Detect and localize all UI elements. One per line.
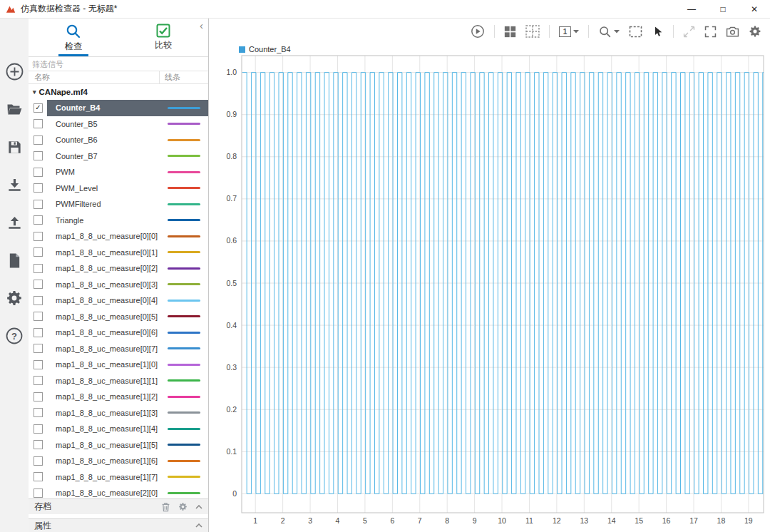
signal-row[interactable]: map1_8_8_uc_measure[0][6] [29, 324, 208, 341]
svg-text:5: 5 [363, 516, 367, 525]
report-button[interactable] [4, 250, 24, 270]
export-button[interactable] [4, 213, 24, 232]
zoom-dropdown[interactable] [598, 25, 620, 39]
signal-row[interactable]: map1_8_8_uc_measure[1][3] [29, 405, 208, 421]
tab-inspect[interactable]: 检查 [29, 19, 118, 56]
signal-checkbox[interactable] [29, 373, 47, 389]
fit-to-view-button[interactable] [629, 26, 642, 38]
signal-checkbox[interactable] [29, 309, 47, 325]
signal-row[interactable]: ✓Counter_B4 [29, 100, 208, 116]
signal-row[interactable]: map1_8_8_uc_measure[1][2] [29, 389, 208, 405]
open-file-button[interactable] [4, 99, 24, 119]
signal-row[interactable]: map1_8_8_uc_measure[1][1] [29, 373, 208, 389]
trash-icon[interactable] [161, 502, 170, 512]
signal-row[interactable]: map1_8_8_uc_measure[2][0] [29, 485, 208, 498]
view-layout-dropdown[interactable]: 1 [559, 26, 579, 37]
signal-checkbox[interactable] [29, 116, 47, 133]
svg-text:0.1: 0.1 [226, 447, 237, 456]
pointer-tool-button[interactable] [652, 26, 664, 38]
signal-checkbox[interactable] [29, 164, 47, 180]
zoom-icon [598, 25, 612, 39]
layout-button[interactable] [504, 26, 516, 38]
signal-name: PWMFiltered [47, 196, 160, 213]
signal-row[interactable]: map1_8_8_uc_measure[1][0] [29, 357, 208, 373]
run-group-row[interactable]: ▾ CANape.mf4 [29, 84, 208, 100]
signal-row[interactable]: map1_8_8_uc_measure[0][3] [29, 277, 208, 293]
properties-section-header[interactable]: 属性 [29, 518, 208, 532]
minimize-button[interactable]: — [676, 0, 707, 18]
filter-signals-input[interactable] [29, 57, 208, 71]
signal-row[interactable]: map1_8_8_uc_measure[1][5] [29, 437, 208, 454]
signal-checkbox[interactable] [29, 341, 47, 357]
signal-checkbox[interactable] [29, 389, 47, 405]
signal-checkbox[interactable] [29, 180, 47, 197]
signal-name: map1_8_8_uc_measure[2][0] [47, 485, 160, 498]
signal-row[interactable]: Counter_B5 [29, 116, 208, 133]
preferences-button[interactable] [4, 288, 24, 308]
signal-row[interactable]: map1_8_8_uc_measure[0][1] [29, 245, 208, 261]
collapse-up-icon[interactable] [195, 523, 202, 528]
signal-row[interactable]: map1_8_8_uc_measure[1][7] [29, 469, 208, 486]
signal-row[interactable]: map1_8_8_uc_measure[0][0] [29, 228, 208, 245]
signal-checkbox[interactable] [29, 260, 47, 277]
signal-checkbox[interactable] [29, 277, 47, 293]
signal-checkbox[interactable] [29, 324, 47, 341]
signal-line-swatch [160, 341, 208, 357]
chart-container[interactable]: Counter_B4 12345678910111213141516171819… [209, 44, 770, 532]
signal-row[interactable]: PWM_Level [29, 180, 208, 197]
snapshot-button[interactable] [726, 26, 739, 38]
signal-checkbox[interactable] [29, 485, 47, 498]
tab-compare-label: 比较 [148, 39, 178, 53]
signal-checkbox[interactable] [29, 213, 47, 229]
svg-text:14: 14 [607, 516, 616, 525]
left-toolbar: ? [0, 19, 29, 532]
signal-name: Counter_B5 [47, 116, 160, 133]
signal-checkbox[interactable] [29, 132, 47, 148]
collapse-panel-icon[interactable]: ‹ [200, 20, 203, 31]
tab-compare[interactable]: 比较 [118, 19, 208, 56]
signal-row[interactable]: map1_8_8_uc_measure[0][7] [29, 341, 208, 357]
signal-row[interactable]: PWM [29, 164, 208, 180]
fullscreen-button[interactable] [704, 26, 717, 38]
archive-section-header[interactable]: 存档 [29, 498, 208, 514]
titlebar: 仿真数据检查器 - 无标题* — □ ✕ [0, 0, 770, 19]
signal-row[interactable]: map1_8_8_uc_measure[0][2] [29, 260, 208, 277]
signal-checkbox[interactable] [29, 405, 47, 421]
signal-checkbox[interactable] [29, 292, 47, 309]
gear-icon[interactable] [178, 502, 188, 511]
signal-checkbox[interactable] [29, 148, 47, 165]
signal-checkbox[interactable] [29, 245, 47, 261]
signal-row[interactable]: map1_8_8_uc_measure[0][5] [29, 309, 208, 325]
signal-checkbox[interactable] [29, 196, 47, 213]
signal-checkbox[interactable] [29, 469, 47, 486]
signal-checkbox[interactable] [29, 437, 47, 454]
signal-row[interactable]: map1_8_8_uc_measure[1][6] [29, 453, 208, 469]
close-button[interactable]: ✕ [739, 0, 770, 18]
signal-row[interactable]: map1_8_8_uc_measure[1][4] [29, 421, 208, 437]
import-button[interactable] [4, 175, 24, 195]
signal-checkbox[interactable]: ✓ [29, 100, 47, 116]
signal-row[interactable]: Counter_B7 [29, 148, 208, 165]
subplot-grid-button[interactable] [525, 25, 540, 38]
layout-grid-icon [504, 26, 516, 38]
signal-checkbox[interactable] [29, 453, 47, 469]
signal-row[interactable]: Triangle [29, 213, 208, 229]
signal-checkbox[interactable] [29, 228, 47, 245]
svg-text:0.5: 0.5 [226, 279, 237, 287]
expand-arrows-button[interactable] [683, 26, 695, 38]
signal-row[interactable]: PWMFiltered [29, 196, 208, 213]
playback-button[interactable] [471, 24, 485, 39]
properties-label: 属性 [34, 520, 51, 532]
signal-row[interactable]: Counter_B6 [29, 132, 208, 148]
maximize-button[interactable]: □ [707, 0, 739, 18]
save-button[interactable] [4, 137, 24, 157]
collapse-up-icon[interactable] [195, 505, 202, 509]
plot-settings-button[interactable] [749, 25, 761, 38]
signal-checkbox[interactable] [29, 357, 47, 373]
help-button[interactable]: ? [4, 326, 24, 346]
play-circle-icon [471, 24, 485, 39]
add-run-button[interactable] [4, 61, 24, 81]
expand-triangle-icon[interactable]: ▾ [33, 88, 36, 96]
signal-row[interactable]: map1_8_8_uc_measure[0][4] [29, 292, 208, 309]
signal-checkbox[interactable] [29, 421, 47, 437]
